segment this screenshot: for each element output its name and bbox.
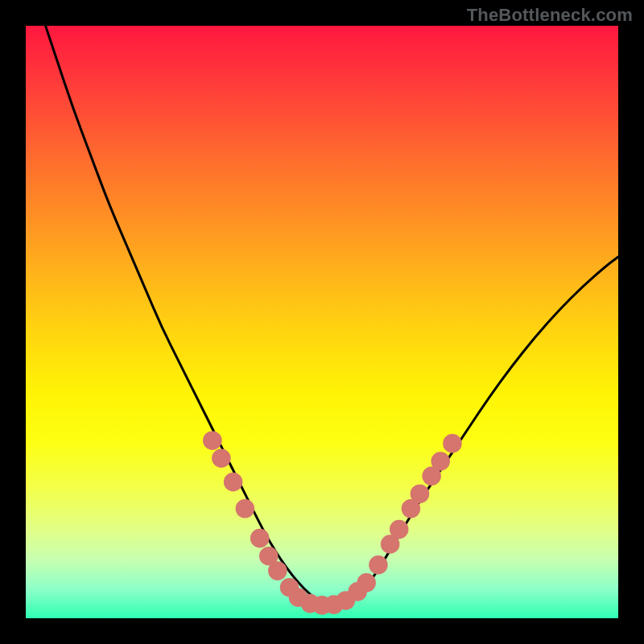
watermark-label: TheBottleneck.com (467, 5, 633, 26)
chart-container: TheBottleneck.com (0, 0, 644, 644)
curve-marker (369, 555, 388, 575)
curve-markers (203, 431, 462, 614)
curve-marker (443, 434, 462, 453)
plot-area (26, 26, 618, 618)
bottleneck-curve (43, 26, 618, 605)
curve-marker (431, 452, 450, 471)
curve-marker (390, 520, 409, 539)
curve-marker (212, 449, 231, 469)
curve-marker (411, 485, 430, 504)
curve-marker (203, 431, 222, 450)
curve-marker (357, 573, 376, 592)
curve-marker (268, 561, 287, 580)
curve-marker (236, 499, 255, 518)
curve-marker (250, 529, 270, 548)
chart-svg (26, 26, 618, 618)
curve-marker (224, 473, 243, 492)
